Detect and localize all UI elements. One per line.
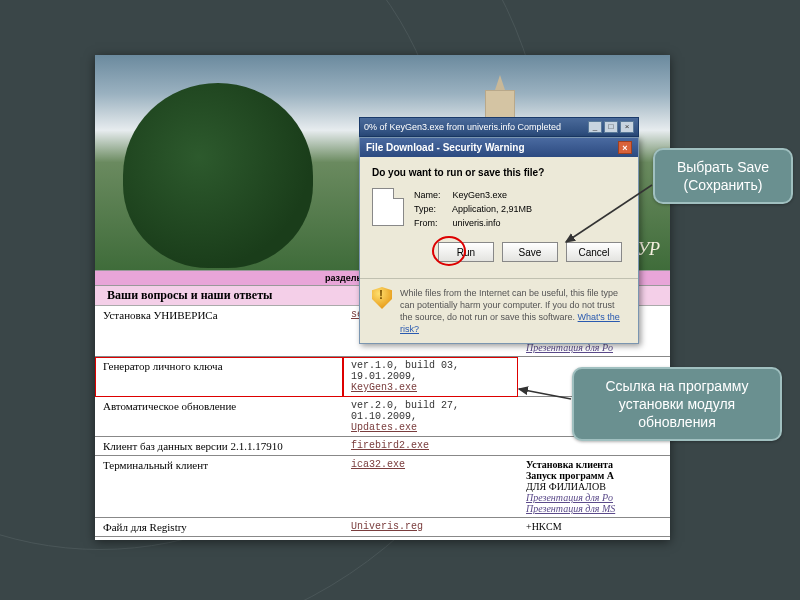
- callout-link-text: Ссылка на программу установки модуля обн…: [605, 378, 748, 430]
- row-file-cell: ver.1.0, build 03, 19.01.2009, KeyGen3.e…: [343, 357, 518, 397]
- row-name: Клиент баз данных версии 2.1.1.17910: [95, 437, 343, 456]
- close-icon[interactable]: ×: [620, 121, 634, 133]
- shield-icon: [372, 287, 392, 309]
- file-link[interactable]: firebird2.exe: [351, 440, 429, 451]
- maximize-icon[interactable]: □: [604, 121, 618, 133]
- row-name: Генератор личного ключа: [95, 357, 343, 397]
- save-button[interactable]: Save: [502, 242, 558, 262]
- svg-line-0: [566, 185, 652, 242]
- tree-graphic: [123, 83, 313, 268]
- progress-title: 0% of KeyGen3.exe from univeris.info Com…: [364, 122, 561, 132]
- dialog-titlebar[interactable]: File Download - Security Warning ×: [360, 138, 638, 157]
- callout-link: Ссылка на программу установки модуля обн…: [572, 367, 782, 441]
- arrow-to-link: [515, 385, 575, 405]
- security-warning: While files from the Internet can be use…: [360, 278, 638, 343]
- file-link-keygen[interactable]: KeyGen3.exe: [351, 382, 417, 393]
- file-link[interactable]: Univeris.reg: [351, 521, 423, 532]
- window-buttons: _ □ ×: [588, 121, 634, 133]
- minimize-icon[interactable]: _: [588, 121, 602, 133]
- table-row: Терминальный клиент ica32.exe Установка …: [95, 456, 670, 518]
- row-name: Автоматическое обновление: [95, 397, 343, 437]
- file-link[interactable]: ica32.exe: [351, 459, 405, 470]
- row-name: Файл для Registry: [95, 518, 343, 537]
- callout-save-text: Выбрать Save (Сохранить): [677, 159, 769, 193]
- arrow-to-save: [562, 180, 657, 250]
- dialog-question: Do you want to run or save this file?: [372, 167, 626, 178]
- run-button[interactable]: Run: [438, 242, 494, 262]
- svg-line-1: [519, 389, 571, 399]
- file-link[interactable]: Updates.exe: [351, 422, 417, 433]
- file-icon: [372, 188, 404, 226]
- row-name: Терминальный клиент: [95, 456, 343, 518]
- table-row: Файл для Registry Univeris.reg +HKCM: [95, 518, 670, 537]
- close-icon[interactable]: ×: [618, 141, 632, 154]
- dialog-title: File Download - Security Warning: [366, 142, 525, 153]
- row-notes: Установка клиента Запуск программ А ДЛЯ …: [518, 456, 670, 518]
- file-details: Name: KeyGen3.exe Type: Application, 2,9…: [414, 188, 532, 230]
- row-name: Установка УНИВЕРИСа: [95, 306, 343, 357]
- callout-save: Выбрать Save (Сохранить): [653, 148, 793, 204]
- download-progress-titlebar[interactable]: 0% of KeyGen3.exe from univeris.info Com…: [359, 117, 639, 137]
